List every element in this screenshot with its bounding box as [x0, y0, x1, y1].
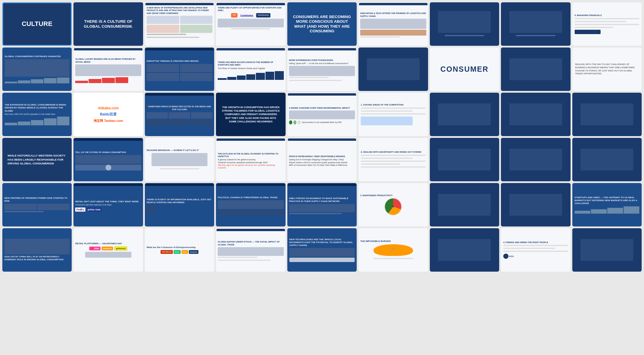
slide-r2c8[interactable]: [501, 48, 570, 91]
burger-icon: 🍔: [391, 248, 395, 252]
r4c5-header: PEOPLE INCREASINGLY SEEK RESPONSIBLE BRA…: [289, 155, 355, 158]
slide-r3c5[interactable]: A RISING CONCERN OVER THEIR ENVIRONMENTA…: [287, 93, 357, 136]
slide-r4c7[interactable]: [430, 138, 499, 181]
slide-r5c5[interactable]: SMEs FORCED ON BUSINESS TO MAKE SUSTAINA…: [287, 183, 357, 226]
slide-r4c4[interactable]: THE OUTLOOK IN THE GLOBAL ECONOMY IS STA…: [216, 138, 285, 181]
slide-r3c4[interactable]: THE GROWTH IN CONSUMPTION HAS DRIVEN STR…: [216, 93, 285, 136]
slide-r1c8[interactable]: [501, 2, 570, 46]
slide-r5c1[interactable]: NEW CENTRES OF SPENDING POWER HAVE START…: [2, 183, 72, 226]
slide-r1c5[interactable]: CONSUMERS ARE BECOMING MORE CONSCIOUS AB…: [287, 2, 357, 46]
r3c3-header: SOMETHING WHICH IS BEING REFLECTED IN TH…: [147, 105, 212, 111]
slide-r3c7[interactable]: [430, 93, 499, 136]
r2c3-header: DISRUPTIVE THINKING IS CREATING NEW HERO…: [147, 60, 212, 62]
slide-r1c3[interactable]: A NEW WAVE OF ENTREPRENEURS ARE DEVELOPI…: [145, 2, 214, 46]
r2c2-header: GLOBAL LUXURY BRANDS ARE ALSO BEING PURS…: [75, 58, 141, 63]
r4c6-header: 6. DEALING WITH UNCERTAINTY AND RIDING O…: [361, 151, 425, 153]
r5c2-header: RETAIL ISN'T JUST ABOUT THE THING, THEY …: [75, 200, 141, 203]
slide-r3c1[interactable]: THE EXPANSION IN GLOBAL CONSUMERISM IS B…: [2, 93, 72, 136]
r3c6-header: 1. STAYING AHEAD OF THE COMPETITION: [361, 103, 425, 106]
taobao-logo: 淘宝网 Taobao.com: [94, 119, 123, 123]
slide-r6c8[interactable]: 4. FINDING AND HIRING THE RIGHT PEOPLE 4…: [501, 228, 570, 272]
slide-r6c1[interactable]: ASIA LED BY CHINA WILL PLAY AN INCREASIN…: [2, 228, 72, 272]
r6c8-header: 4. FINDING AND HIRING THE RIGHT PEOPLE: [503, 241, 568, 244]
slide-r6c2[interactable]: RETAIL PLATFORMS — VALENTINES DAY ❤️ Sal…: [73, 228, 143, 272]
r2c5-header: MORE EXPERIENCES OVER POSSESSIONS: [289, 59, 355, 61]
slide-r5c3[interactable]: THERE IS PLENTY OF INFORMATION AVAILABLE…: [145, 183, 214, 226]
slide-r4c9[interactable]: [572, 138, 642, 181]
slide-r1c6[interactable]: INNOVATION & TECH OFFERS THE PROMISE OF …: [358, 2, 428, 46]
slide-r1c4[interactable]: THERE ARE PLENTY OF OPPORTUNITIES FOR ST…: [216, 2, 285, 46]
r4c4-header: THE OUTLOOK IN THE GLOBAL ECONOMY IS STA…: [218, 152, 284, 158]
slide-r2c1[interactable]: GLOBAL CONSUMERISM CONTINUES UNABATED: [2, 48, 72, 91]
r6c5-header: NEW TECHNOLOGIES AND THE 'WHOLE LOCAL' M…: [289, 238, 355, 247]
r6c3-header: What are the 4 Seasons of Entrepreneursh…: [147, 246, 212, 249]
slide-r4c8[interactable]: [501, 138, 570, 181]
slide-r1c9[interactable]: 5. MANAGING FINANCIALS: [572, 2, 642, 46]
slide-r1c7[interactable]: [430, 2, 499, 46]
slide-r2c5[interactable]: MORE EXPERIENCES OVER POSSESSIONS Hittin…: [287, 48, 357, 91]
r5c9-header: STARTUPS AND SMES — THE GATEWAY TO GLOBA…: [575, 196, 639, 205]
slide-r4c6[interactable]: 6. DEALING WITH UNCERTAINTY AND RIDING O…: [358, 138, 428, 181]
r6c6-header: THE IMPOSSIBLE BURGER: [360, 240, 426, 243]
r1c4-header: THERE ARE PLENTY OF OPPORTUNITIES FOR ST…: [218, 6, 284, 12]
slide-r2c6[interactable]: [358, 48, 428, 91]
r2c5-sub: Hitting "peak stuff" — is this the end o…: [289, 62, 355, 65]
r6c1-header: ASIA LED BY CHINA WILL PLAY AN INCREASIN…: [4, 255, 70, 261]
slide-r4c1[interactable]: WHILE HISTORICALLY WESTERN SOCIETY HAS B…: [2, 138, 72, 181]
r6c2-header: RETAIL PLATFORMS — VALENTINES DAY: [75, 242, 141, 245]
r3c1-header: THE EXPANSION IN GLOBAL CONSUMERISM IS B…: [5, 103, 69, 113]
slide-r6c4[interactable]: GLOBALISATION UNDER ATTACK — THE SOCIAL …: [216, 228, 285, 272]
r5c4-header: POLITICAL CHANGE IS THREATENING GLOBAL T…: [218, 196, 284, 199]
slide-r5c2[interactable]: RETAIL ISN'T JUST ABOUT THE THING, THEY …: [73, 183, 143, 226]
slide-r4c5[interactable]: PEOPLE INCREASINGLY SEEK RESPONSIBLE BRA…: [287, 138, 357, 181]
consumer-title-text: CONSUMER: [438, 62, 491, 76]
r3c5-header: A RISING CONCERN OVER THEIR ENVIRONMENTA…: [289, 107, 355, 109]
slide-r6c9[interactable]: [572, 228, 642, 272]
slide-r5c8[interactable]: [501, 183, 570, 226]
slide-r2c3[interactable]: DISRUPTIVE THINKING IS CREATING NEW HERO…: [145, 48, 214, 91]
r6c4-header: GLOBALISATION UNDER ATTACK — THE SOCIAL …: [218, 240, 284, 246]
slide-grid: CULTURE THERE IS A CULTURE OF GLOBAL CON…: [2, 2, 642, 272]
slide-r1c2[interactable]: THERE IS A CULTURE OF GLOBAL CONSUMERISM…: [73, 2, 143, 46]
baidu-logo: Baidu百度: [100, 112, 117, 117]
slide-r3c6[interactable]: 1. STAYING AHEAD OF THE COMPETITION: [358, 93, 428, 136]
r6c8-percent: 41%: [509, 255, 514, 258]
r4c5-sub: Opting Out of Overnight Shipping Changed…: [289, 158, 355, 166]
r4c3-header: RICHARD BRANSON — SCREW IT LET'S DO IT: [147, 149, 212, 152]
r4c4-sub: A gloomy outlook for the global economy'…: [218, 158, 284, 169]
r1c2-title: THERE IS A CULTURE OF GLOBAL CONSUMERISM…: [77, 17, 139, 31]
r3c4-title: THE GROWTH IN CONSUMPTION HAS DRIVEN STR…: [219, 103, 282, 126]
culture-title-text: CULTURE: [20, 18, 55, 30]
slide-r3c9[interactable]: [572, 93, 642, 136]
slide-consumer-title[interactable]: CONSUMER: [430, 48, 499, 91]
r4c2-header: TELL US THE FUTURE OF HUMAN CONSUMPTION: [75, 151, 141, 154]
slide-r6c5[interactable]: NEW TECHNOLOGIES AND THE 'WHOLE LOCAL' M…: [287, 228, 357, 272]
slide-r4c3[interactable]: RICHARD BRANSON — SCREW IT LET'S DO IT: [145, 138, 214, 181]
r2c1-header: GLOBAL CONSUMERISM CONTINUES UNABATED: [5, 55, 69, 58]
r1c5-title: CONSUMERS ARE BECOMING MORE CONSCIOUS AB…: [290, 12, 354, 36]
slide-r2c9[interactable]: DEALING WITH THE DAY-TO-DAY CHALLENGES O…: [572, 48, 642, 91]
r1c9-title: 5. MANAGING FINANCIALS: [575, 14, 639, 17]
slide-r5c6[interactable]: 3. MAINTAINING PRODUCTIVITY ⟳: [358, 183, 428, 226]
slide-r2c2[interactable]: GLOBAL LUXURY BRANDS ARE ALSO BEING PURS…: [73, 48, 143, 91]
slide-r5c9[interactable]: STARTUPS AND SMES — THE GATEWAY TO GLOBA…: [572, 183, 642, 226]
slide-r5c4[interactable]: POLITICAL CHANGE IS THREATENING GLOBAL T…: [216, 183, 285, 226]
slide-r3c8[interactable]: [501, 93, 570, 136]
slide-r3c3[interactable]: SOMETHING WHICH IS BEING REFLECTED IN TH…: [145, 93, 214, 136]
r5c6-header: 3. MAINTAINING PRODUCTIVITY: [360, 194, 426, 197]
r3c1-sub: More than a fifth of the world's populat…: [5, 113, 69, 115]
r1c6-header: INNOVATION & TECH OFFERS THE PROMISE OF …: [360, 12, 426, 17]
r5c5-header: SMEs FORCED ON BUSINESS TO MAKE SUSTAINA…: [289, 197, 355, 203]
slide-r3c2[interactable]: Alibaba.com Baidu百度 淘宝网 Taobao.com: [73, 93, 143, 136]
slide-r6c6[interactable]: THE IMPOSSIBLE BURGER 🍔: [358, 228, 428, 272]
r5c3-header: THERE IS PLENTY OF INFORMATION AVAILABLE…: [147, 198, 212, 204]
slide-r5c7[interactable]: [430, 183, 499, 226]
slide-culture-title[interactable]: CULTURE: [2, 2, 72, 46]
slide-r6c7[interactable]: [430, 228, 499, 272]
r4c1-title: WHILE HISTORICALLY WESTERN SOCIETY HAS B…: [5, 151, 69, 168]
slide-r2c4[interactable]: THERE HAS BEEN AN EXPLOSION IN THE NUMBE…: [216, 48, 285, 91]
slide-r6c3[interactable]: What are the 4 Seasons of Entrepreneursh…: [145, 228, 214, 272]
r2c4-subheader: The Rise of Global Venture Deals and Cap…: [218, 67, 284, 70]
r2c4-header: THERE HAS BEEN AN EXPLOSION IN THE NUMBE…: [218, 61, 284, 66]
slide-r4c2[interactable]: TELL US THE FUTURE OF HUMAN CONSUMPTION: [73, 138, 143, 181]
